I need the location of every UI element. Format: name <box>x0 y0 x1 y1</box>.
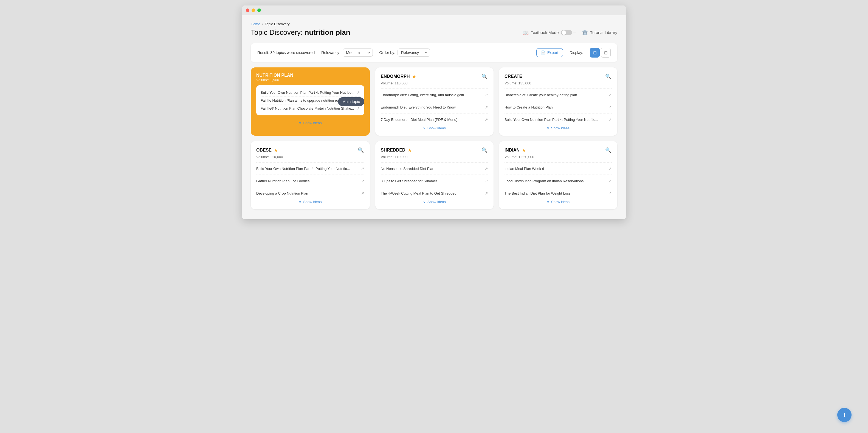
relevancy-label: Relevancy: <box>321 51 340 55</box>
external-link-icon[interactable]: ↗ <box>485 191 488 195</box>
fab-add-button[interactable]: + <box>837 408 851 422</box>
card-header-create: CREATE 🔍 Volume: 135,000 <box>504 73 612 85</box>
card-title-obese: OBESE ★ <box>256 148 278 153</box>
show-ideas-button-shredded[interactable]: ∨ Show ideas <box>381 197 488 204</box>
display-grid-button[interactable]: ⊞ <box>590 48 600 58</box>
search-button-endomorph[interactable]: 🔍 <box>481 73 488 80</box>
card-header-nutrition-plan: NUTRITION PLAN Volume: 1,900 Main topic <box>256 73 364 82</box>
link-text: No Nonsense Shredded Diet Plan <box>381 167 485 171</box>
card-title-text-shredded: SHREDDED <box>381 148 405 153</box>
card-volume-endomorph: Volume: 110,000 <box>381 81 488 85</box>
link-text: Indian Meal Plan Week 6 <box>504 167 609 171</box>
list-item: 7 Day Endomorph Diet Meal Plan (PDF & Me… <box>381 115 488 123</box>
card-create: CREATE 🔍 Volume: 135,000 Diabetes diet: … <box>499 67 617 136</box>
list-item: Endomorph Diet: Everything You Need to K… <box>381 103 488 111</box>
external-link-icon[interactable]: ↗ <box>609 93 612 97</box>
list-item: Gather Nutrition Plan For Foodies ↗ <box>256 177 364 185</box>
maximize-button[interactable] <box>257 8 261 12</box>
external-link-icon[interactable]: ↗ <box>356 106 360 110</box>
link-text: The Best Indian Diet Plan for Weight Los… <box>504 191 609 195</box>
search-button-obese[interactable]: 🔍 <box>357 146 364 154</box>
search-button-shredded[interactable]: 🔍 <box>481 146 488 154</box>
external-link-icon[interactable]: ↗ <box>609 166 612 171</box>
order-filter: Order by: Relevancy Volume Alphabetical <box>379 48 430 57</box>
order-select[interactable]: Relevancy Volume Alphabetical <box>398 48 430 57</box>
page-title-keyword: nutrition plan <box>305 28 350 36</box>
link-text: Fairlife® Nutrition Plan Chocolate Prote… <box>260 106 356 110</box>
show-ideas-button-indian[interactable]: ∨ Show ideas <box>504 197 612 204</box>
toggle-track[interactable] <box>561 30 572 35</box>
card-title-nutrition-plan: NUTRITION PLAN <box>256 73 364 78</box>
show-ideas-button-obese[interactable]: ∨ Show ideas <box>256 197 364 204</box>
search-button-indian[interactable]: 🔍 <box>604 146 612 154</box>
relevancy-select[interactable]: Medium Low High <box>343 48 373 57</box>
card-volume-obese: Volume: 110,000 <box>256 155 364 159</box>
textbook-mode-control: 📖 Textbook Mode — <box>523 30 577 36</box>
app-window: Home › Topic Discovery Topic Discovery: … <box>242 5 626 219</box>
external-link-icon[interactable]: ↗ <box>361 166 364 171</box>
list-item: The 4-Week Cutting Meal Plan to Get Shre… <box>381 189 488 197</box>
show-ideas-button-nutrition-plan[interactable]: ∨ Show ideas <box>256 118 364 125</box>
card-title-endomorph: ENDOMORPH ★ <box>381 74 416 79</box>
show-ideas-button-create[interactable]: ∨ Show ideas <box>504 123 612 130</box>
link-text: Endomorph Diet: Everything You Need to K… <box>381 105 485 109</box>
show-ideas-button-endomorph[interactable]: ∨ Show ideas <box>381 123 488 130</box>
card-title-row-indian: INDIAN ★ 🔍 <box>504 146 612 154</box>
tutorial-library-button[interactable]: 🏛️ Tutorial Library <box>582 30 617 36</box>
order-label: Order by: <box>379 51 395 55</box>
chevron-down-icon: ∨ <box>299 121 302 125</box>
external-link-icon[interactable]: ↗ <box>361 191 364 195</box>
main-topic-badge: Main topic <box>338 97 364 106</box>
external-link-icon[interactable]: ↗ <box>485 117 488 122</box>
list-item: Diabetes diet: Create your healthy-eatin… <box>504 91 612 99</box>
page-title: Topic Discovery: nutrition plan <box>251 28 350 37</box>
display-list-button[interactable]: ⊟ <box>601 48 611 58</box>
card-title-shredded: SHREDDED ★ <box>381 148 411 153</box>
card-title-row-obese: OBESE ★ 🔍 <box>256 146 364 154</box>
link-text: Developing a Crop Nutrition Plan <box>256 191 361 195</box>
card-title-text-endomorph: ENDOMORPH <box>381 74 410 79</box>
textbook-mode-toggle[interactable]: — <box>561 30 577 35</box>
external-link-icon[interactable]: ↗ <box>356 90 360 95</box>
card-header-indian: INDIAN ★ 🔍 Volume: 1,220,000 <box>504 146 612 159</box>
tutorial-icon: 🏛️ <box>582 30 588 36</box>
breadcrumb-separator: › <box>262 22 263 26</box>
list-item: Build Your Own Nutrition Plan Part 4: Pu… <box>256 165 364 172</box>
external-link-icon[interactable]: ↗ <box>609 117 612 122</box>
external-link-icon[interactable]: ↗ <box>609 191 612 195</box>
card-title-row-shredded: SHREDDED ★ 🔍 <box>381 146 488 154</box>
page-title-prefix: Topic Discovery: <box>251 28 303 36</box>
list-item: How to Create a Nutrition Plan ↗ <box>504 103 612 111</box>
external-link-icon[interactable]: ↗ <box>361 179 364 183</box>
textbook-icon: 📖 <box>523 30 529 36</box>
display-label: Display: <box>569 51 583 55</box>
card-header-endomorph: ENDOMORPH ★ 🔍 Volume: 110,000 <box>381 73 488 85</box>
card-nutrition-plan: NUTRITION PLAN Volume: 1,900 Main topic … <box>251 67 370 136</box>
textbook-mode-label: Textbook Mode <box>531 30 559 35</box>
external-link-icon[interactable]: ↗ <box>609 179 612 183</box>
card-indian: INDIAN ★ 🔍 Volume: 1,220,000 Indian Meal… <box>499 141 617 209</box>
export-icon: 📄 <box>541 51 546 55</box>
tutorial-library-label: Tutorial Library <box>590 30 617 35</box>
card-obese: OBESE ★ 🔍 Volume: 110,000 Build Your Own… <box>251 141 370 209</box>
card-title-text-obese: OBESE <box>256 148 272 153</box>
card-title-indian: INDIAN ★ <box>504 148 526 153</box>
card-header-obese: OBESE ★ 🔍 Volume: 110,000 <box>256 146 364 159</box>
external-link-icon[interactable]: ↗ <box>485 105 488 109</box>
link-text: Build Your Own Nutrition Plan Part 4: Pu… <box>256 167 361 171</box>
list-item: Endomorph diet: Eating, exercising, and … <box>381 91 488 99</box>
external-link-icon[interactable]: ↗ <box>485 179 488 183</box>
cards-grid: NUTRITION PLAN Volume: 1,900 Main topic … <box>251 67 617 209</box>
minimize-button[interactable] <box>252 8 255 12</box>
list-item: Indian Meal Plan Week 6 ↗ <box>504 165 612 172</box>
export-button[interactable]: 📄 Export <box>536 48 563 57</box>
close-button[interactable] <box>246 8 249 12</box>
external-link-icon[interactable]: ↗ <box>609 105 612 109</box>
card-volume-shredded: Volume: 110,000 <box>381 155 488 159</box>
search-button-create[interactable]: 🔍 <box>604 73 612 80</box>
card-title-row-create: CREATE 🔍 <box>504 73 612 80</box>
external-link-icon[interactable]: ↗ <box>485 166 488 171</box>
star-icon-endomorph: ★ <box>412 74 416 79</box>
breadcrumb-home-link[interactable]: Home <box>251 22 260 26</box>
external-link-icon[interactable]: ↗ <box>485 93 488 97</box>
